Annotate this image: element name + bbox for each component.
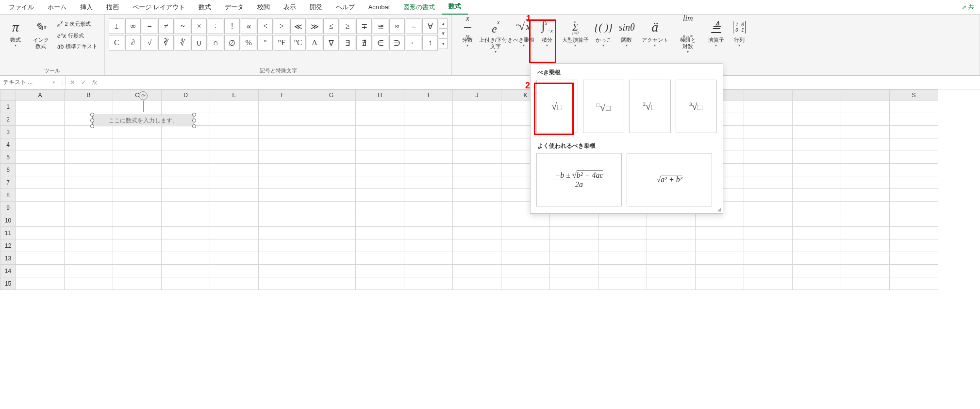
cell[interactable]	[307, 252, 356, 265]
resize-handle[interactable]	[90, 124, 94, 128]
cell[interactable]	[453, 113, 501, 126]
cell[interactable]	[210, 227, 259, 239]
cell[interactable]	[404, 151, 453, 164]
cell[interactable]	[307, 138, 356, 151]
cell[interactable]	[65, 239, 113, 252]
option-linear[interactable]: e^x行形式	[55, 31, 100, 41]
cell[interactable]	[404, 239, 453, 252]
resize-handle[interactable]	[192, 119, 196, 122]
symbol-1[interactable]: ∞	[125, 18, 141, 34]
cell[interactable]	[65, 164, 113, 176]
row-header-12[interactable]: 12	[0, 239, 16, 252]
cell[interactable]	[890, 277, 938, 290]
cell[interactable]	[210, 252, 259, 265]
row-header-10[interactable]: 10	[0, 214, 16, 227]
symbol-33[interactable]: ∇	[323, 35, 339, 51]
cell[interactable]	[210, 138, 259, 151]
cell[interactable]	[259, 176, 307, 189]
col-header-F[interactable]: F	[259, 90, 307, 101]
cell[interactable]	[696, 277, 744, 290]
cell[interactable]	[453, 252, 501, 265]
cell[interactable]	[210, 176, 259, 189]
cell[interactable]	[453, 239, 501, 252]
cell[interactable]	[453, 227, 501, 239]
col-header-A[interactable]: A	[16, 90, 65, 101]
cell[interactable]	[356, 176, 404, 189]
cell[interactable]	[65, 214, 113, 227]
cell[interactable]	[307, 176, 356, 189]
select-all-corner[interactable]	[0, 90, 16, 101]
tile-quadratic-formula[interactable]: −b ± √b² − 4ac 2a	[536, 153, 622, 206]
dropdown-resize-grip[interactable]: ◢	[717, 206, 721, 212]
cell[interactable]	[841, 227, 890, 239]
symbol-0[interactable]: ±	[109, 18, 124, 34]
cell[interactable]	[793, 227, 841, 239]
cell[interactable]	[841, 126, 890, 138]
cell[interactable]	[550, 239, 598, 252]
cell[interactable]	[307, 164, 356, 176]
cell[interactable]	[501, 239, 550, 252]
cell[interactable]	[453, 126, 501, 138]
cell[interactable]	[744, 239, 793, 252]
equation-object[interactable]: ⟳ ここに数式を入力します。	[92, 115, 194, 126]
cell[interactable]	[113, 138, 162, 151]
cell[interactable]	[210, 101, 259, 113]
cell[interactable]	[890, 126, 938, 138]
resize-handle[interactable]	[90, 119, 94, 122]
cell[interactable]	[356, 101, 404, 113]
symbol-16[interactable]: ≅	[373, 18, 388, 34]
cell[interactable]	[113, 239, 162, 252]
tab-draw[interactable]: 描画	[100, 0, 126, 15]
row-header-6[interactable]: 6	[0, 164, 16, 176]
cell[interactable]	[356, 164, 404, 176]
cell[interactable]	[404, 265, 453, 277]
cell[interactable]	[744, 277, 793, 290]
cell[interactable]	[744, 126, 793, 138]
enter-button[interactable]: ✓	[81, 79, 86, 86]
cell[interactable]	[356, 239, 404, 252]
cell[interactable]	[841, 113, 890, 126]
cell[interactable]	[841, 265, 890, 277]
cell[interactable]	[696, 214, 744, 227]
cell[interactable]	[113, 101, 162, 113]
cell[interactable]	[210, 214, 259, 227]
symbol-27[interactable]: ∅	[224, 35, 240, 51]
symbol-22[interactable]: √	[142, 35, 157, 51]
cell[interactable]	[841, 214, 890, 227]
cell[interactable]	[793, 151, 841, 164]
cell[interactable]	[16, 138, 65, 151]
cell[interactable]	[113, 265, 162, 277]
cell[interactable]	[307, 189, 356, 202]
symbol-7[interactable]: !	[224, 18, 240, 34]
cell[interactable]	[162, 126, 210, 138]
option-professional[interactable]: ex2 次元形式	[55, 18, 100, 30]
cell[interactable]	[501, 277, 550, 290]
symbol-13[interactable]: ≤	[323, 18, 339, 34]
equation-button[interactable]: π 数式 ▾	[4, 17, 27, 50]
cell[interactable]	[259, 189, 307, 202]
row-header-14[interactable]: 14	[0, 265, 16, 277]
cell[interactable]	[259, 277, 307, 290]
cell[interactable]	[162, 239, 210, 252]
symbol-29[interactable]: °	[257, 35, 273, 51]
cell[interactable]	[890, 164, 938, 176]
cell[interactable]	[210, 202, 259, 214]
cell[interactable]	[259, 227, 307, 239]
symbol-21[interactable]: ∂	[125, 35, 141, 51]
structure-アクセント[interactable]: äアクセント▾	[638, 17, 671, 50]
cell[interactable]	[356, 202, 404, 214]
cell[interactable]	[841, 252, 890, 265]
cell[interactable]	[259, 138, 307, 151]
cell[interactable]	[890, 176, 938, 189]
cell[interactable]	[647, 252, 696, 265]
resize-handle[interactable]	[90, 113, 94, 117]
cell[interactable]	[890, 265, 938, 277]
tile-fourth-root[interactable]: 3√	[676, 80, 717, 133]
cell[interactable]	[113, 252, 162, 265]
cell[interactable]	[744, 202, 793, 214]
cell[interactable]	[356, 126, 404, 138]
tab-view[interactable]: 表示	[277, 0, 303, 15]
cell[interactable]	[113, 202, 162, 214]
cell[interactable]	[307, 214, 356, 227]
resize-handle[interactable]	[192, 113, 196, 117]
